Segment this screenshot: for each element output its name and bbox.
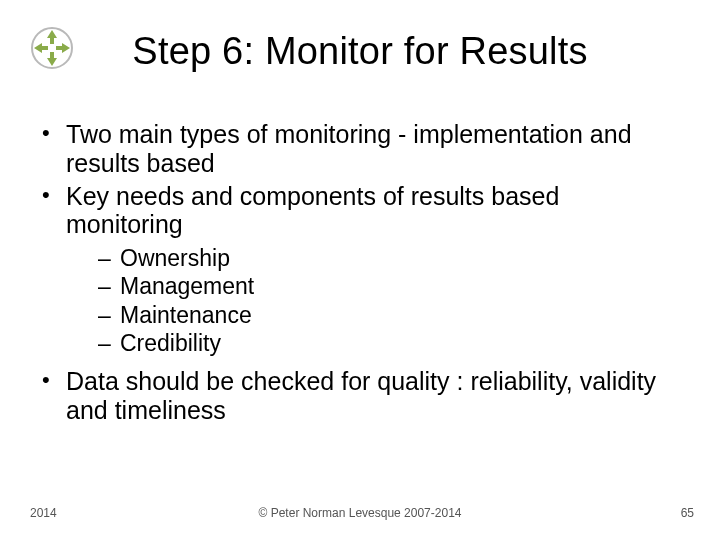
slide-footer: 2014 © Peter Norman Levesque 2007-2014 6… — [0, 506, 720, 526]
bullet-item: Key needs and components of results base… — [38, 182, 682, 357]
sub-bullet-list: Ownership Management Maintenance Credibi… — [66, 245, 682, 357]
sub-bullet-item: Maintenance — [98, 302, 682, 328]
sub-bullet-item: Credibility — [98, 330, 682, 356]
sub-bullet-item: Management — [98, 273, 682, 299]
slide-title: Step 6: Monitor for Results — [0, 30, 720, 73]
sub-bullet-item: Ownership — [98, 245, 682, 271]
bullet-item-text: Key needs and components of results base… — [66, 182, 559, 239]
bullet-item: Data should be checked for quality : rel… — [38, 367, 682, 425]
slide: Step 6: Monitor for Results Two main typ… — [0, 0, 720, 540]
bullet-list: Two main types of monitoring - implement… — [38, 120, 682, 424]
footer-copyright: © Peter Norman Levesque 2007-2014 — [0, 506, 720, 520]
footer-page-number: 65 — [681, 506, 694, 520]
bullet-item: Two main types of monitoring - implement… — [38, 120, 682, 178]
slide-body: Two main types of monitoring - implement… — [38, 120, 682, 428]
